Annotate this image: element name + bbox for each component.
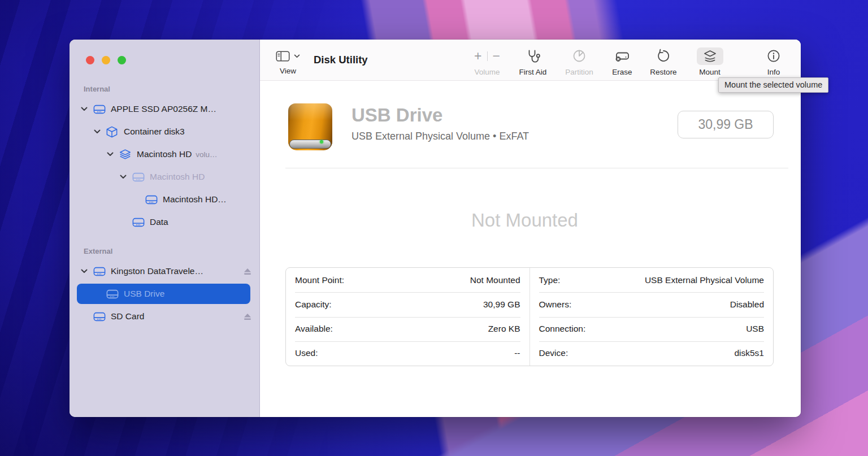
- volume-separator: [487, 51, 488, 61]
- details-right-column: Type: USB External Physical Volume Owner…: [530, 268, 774, 366]
- chevron-down-icon[interactable]: [80, 107, 88, 111]
- restore-label: Restore: [650, 68, 676, 76]
- partition-label: Partition: [565, 68, 593, 76]
- volume-buttons: + − Volume: [463, 46, 511, 76]
- view-label: View: [280, 67, 296, 75]
- mount-button-highlight: [697, 47, 723, 65]
- sidebar-item-label: USB Drive: [124, 289, 164, 299]
- sidebar-item-label: Kingston DataTravele…: [111, 266, 203, 276]
- volume-title: USB Drive: [351, 105, 442, 126]
- disk-utility-window: Internal APPLE SSD AP0256Z M… Container …: [70, 40, 801, 417]
- sidebar-item-label: APPLE SSD AP0256Z M…: [111, 104, 216, 114]
- volume-details-panel: Mount Point: Not Mounted Capacity: 30,99…: [285, 267, 774, 366]
- cube-icon: [106, 126, 119, 138]
- chevron-down-icon[interactable]: [119, 175, 127, 179]
- minimize-button[interactable]: [102, 56, 110, 64]
- erase-button[interactable]: Erase: [598, 46, 646, 76]
- erase-label: Erase: [612, 68, 632, 76]
- sidebar-item-macintosh-hd[interactable]: Macintosh HD: [70, 166, 259, 188]
- details-left-column: Mount Point: Not Mounted Capacity: 30,99…: [286, 268, 530, 366]
- sidebar-section-internal: Internal: [70, 85, 259, 95]
- mount-stack-icon: [703, 50, 717, 63]
- detail-row-used: Used: --: [286, 341, 530, 366]
- info-button[interactable]: Info: [750, 46, 797, 76]
- sidebar-item-label: Macintosh HD: [150, 172, 205, 182]
- chevron-down-icon[interactable]: [80, 269, 88, 273]
- zoom-button[interactable]: [118, 56, 126, 64]
- mount-status-text: Not Mounted: [260, 210, 789, 231]
- drive-icon: [145, 195, 158, 205]
- sidebar-item-container-disk3[interactable]: Container disk3: [70, 120, 259, 143]
- eject-icon[interactable]: [244, 268, 251, 275]
- sidebar-item-label: Macintosh HD: [137, 149, 192, 159]
- close-button[interactable]: [86, 56, 94, 64]
- sidebar-item-sd-card[interactable]: SD Card: [70, 305, 259, 328]
- detail-row-owners: Owners: Disabled: [530, 292, 774, 316]
- sidebar-item-macintosh-hd-snapshot[interactable]: Macintosh HD…: [70, 188, 259, 211]
- sidebar-item-macintosh-hd-group[interactable]: Macintosh HD volu…: [70, 143, 259, 166]
- detail-row-device: Device: disk5s1: [530, 341, 774, 366]
- traffic-lights: [70, 40, 259, 64]
- undo-arrow-icon: [656, 46, 671, 66]
- usb-drive-icon: [288, 103, 332, 150]
- header-divider: [285, 168, 788, 168]
- view-button[interactable]: View: [276, 47, 300, 75]
- drive-icon: [93, 105, 106, 114]
- remove-volume-button[interactable]: −: [493, 50, 500, 63]
- detail-row-type: Type: USB External Physical Volume: [530, 268, 774, 292]
- restore-button[interactable]: Restore: [640, 46, 687, 76]
- drive-icon: [93, 267, 106, 276]
- chevron-down-icon[interactable]: [106, 152, 114, 157]
- detail-row-available: Available: Zero KB: [286, 317, 530, 341]
- add-volume-button[interactable]: +: [474, 50, 481, 63]
- first-aid-label: First Aid: [519, 68, 547, 76]
- pie-chart-icon: [572, 46, 587, 66]
- volume-label: Volume: [474, 68, 500, 76]
- layers-icon: [119, 149, 132, 160]
- volume-subtitle: USB External Physical Volume • ExFAT: [351, 131, 529, 142]
- detail-row-connection: Connection: USB: [530, 317, 774, 341]
- sidebar-item-label: Data: [150, 217, 168, 227]
- mount-button[interactable]: Mount: [686, 46, 734, 76]
- eject-icon[interactable]: [244, 313, 251, 320]
- sidebar-item-label: Container disk3: [124, 127, 185, 137]
- drive-icon: [93, 312, 106, 322]
- sidebar-section-external: External: [70, 247, 259, 257]
- chevron-down-icon: [294, 54, 300, 58]
- mount-label: Mount: [699, 68, 721, 76]
- drive-icon: [106, 289, 119, 299]
- drive-x-icon: [614, 46, 630, 66]
- detail-row-capacity: Capacity: 30,99 GB: [286, 292, 530, 316]
- sidebar-panel-icon: [276, 51, 290, 62]
- capacity-badge: 30,99 GB: [678, 111, 774, 138]
- sidebar: Internal APPLE SSD AP0256Z M… Container …: [70, 40, 260, 417]
- sidebar-item-usb-drive[interactable]: USB Drive: [77, 284, 250, 304]
- sidebar-item-label: SD Card: [111, 311, 144, 322]
- sidebar-item-label: Macintosh HD…: [163, 194, 227, 205]
- mount-tooltip: Mount the selected volume: [718, 77, 828, 93]
- sidebar-item-data[interactable]: Data: [70, 211, 259, 233]
- drive-led: [320, 140, 323, 144]
- sidebar-item-apple-ssd[interactable]: APPLE SSD AP0256Z M…: [70, 98, 259, 120]
- first-aid-button[interactable]: First Aid: [509, 46, 557, 76]
- info-circle-icon: [766, 46, 781, 66]
- chevron-down-icon[interactable]: [93, 129, 101, 134]
- sidebar-item-suffix: volu…: [196, 150, 217, 159]
- window-title: Disk Utility: [314, 54, 368, 66]
- partition-button[interactable]: Partition: [555, 46, 603, 76]
- main-area: View Disk Utility + − Volume First Aid: [260, 40, 801, 417]
- detail-row-mount-point: Mount Point: Not Mounted: [286, 268, 530, 292]
- toolbar: View Disk Utility + − Volume First Aid: [260, 40, 801, 81]
- content-pane: USB Drive USB External Physical Volume •…: [260, 81, 801, 417]
- sidebar-item-kingston[interactable]: Kingston DataTravele…: [70, 260, 259, 283]
- drive-icon: [132, 172, 145, 182]
- drive-icon: [132, 218, 145, 227]
- stethoscope-icon: [526, 46, 541, 66]
- info-label: Info: [767, 68, 780, 76]
